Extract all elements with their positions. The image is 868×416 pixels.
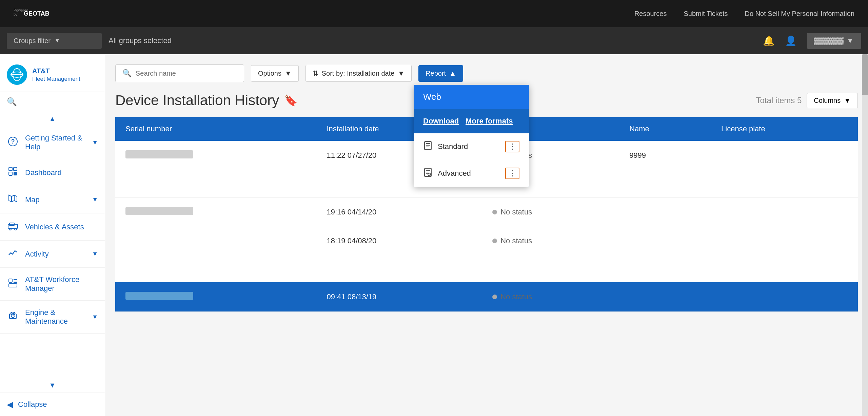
groups-filter-button[interactable]: Groups filter ▼ <box>7 33 102 49</box>
sidebar-item-label: AT&T Workforce Manager <box>25 275 98 293</box>
report-standard-left: Standard <box>423 141 468 152</box>
sidebar-item-label: Dashboard <box>25 168 98 177</box>
col-license: License plate <box>711 117 858 141</box>
advanced-more-options-icon[interactable]: ⋮ <box>505 168 519 179</box>
page-title: Device Installation History 🔖 <box>115 92 298 109</box>
sidebar-collapse-button[interactable]: ◀ Collapse <box>0 393 105 416</box>
sidebar-item-label: Engine & Maintenance <box>25 308 86 326</box>
standard-more-options-icon[interactable]: ⋮ <box>505 141 519 152</box>
svg-point-18 <box>9 228 11 230</box>
bookmark-icon[interactable]: 🔖 <box>284 94 298 107</box>
columns-label: Columns <box>814 97 841 105</box>
columns-button[interactable]: Columns ▼ <box>807 93 858 108</box>
report-dropdown: Web Download More formats Standard <box>414 85 529 187</box>
cell-serial <box>115 197 317 227</box>
report-advanced-label: Advanced <box>438 169 471 178</box>
collapse-label: Collapse <box>18 400 47 409</box>
map-icon <box>7 194 19 206</box>
cell-serial <box>115 170 317 197</box>
scroll-thumb[interactable] <box>862 54 868 95</box>
report-more-formats-button[interactable]: More formats <box>466 114 518 128</box>
sort-button[interactable]: ⇅ Sort by: Installation date ▼ <box>305 65 412 82</box>
report-standard-label: Standard <box>438 142 468 151</box>
sidebar-item-vehicles[interactable]: Vehicles & Assets <box>0 213 105 241</box>
sidebar-item-activity[interactable]: Activity ▼ <box>0 241 105 268</box>
scrollbar[interactable] <box>862 54 868 416</box>
report-standard-item[interactable]: Standard ⋮ <box>414 133 529 160</box>
cell-license <box>711 227 858 255</box>
brand-logo: Powered by GEOTAB <box>14 7 68 20</box>
sidebar-scroll-up-button[interactable]: ▲ <box>0 112 105 126</box>
search-input[interactable] <box>136 70 237 77</box>
svg-rect-22 <box>14 282 17 283</box>
sidebar-nav: ? Getting Started & Help ▼ Dashboard <box>0 126 105 378</box>
sidebar-search-area: 🔍 <box>0 92 105 112</box>
cell-name <box>619 170 711 197</box>
report-dropdown-header: Web <box>414 85 529 109</box>
groups-filter-label: Groups filter <box>14 37 51 45</box>
groups-bar-right: 🔔 👤 ▓▓▓▓▓▓ ▼ <box>763 33 861 49</box>
collapse-arrow-icon: ◀ <box>7 400 13 409</box>
table-row: 19:16 04/14/20 No status <box>115 197 858 227</box>
vehicles-icon <box>7 221 19 233</box>
sidebar-item-map[interactable]: Map ▼ <box>0 186 105 213</box>
col-serial: Serial number <box>115 117 317 141</box>
report-advanced-item[interactable]: Advanced ⋮ <box>414 160 529 187</box>
report-chevron-icon: ▲ <box>449 70 456 77</box>
cell-serial <box>115 141 317 170</box>
do-not-sell-link[interactable]: Do Not Sell My Personal Information <box>745 10 854 18</box>
cell-date: 19:16 04/14/20 <box>317 197 482 227</box>
svg-rect-20 <box>9 279 12 282</box>
sidebar-item-getting-started[interactable]: ? Getting Started & Help ▼ <box>0 126 105 159</box>
search-box[interactable]: 🔍 <box>115 64 244 82</box>
svg-text:GEOTAB: GEOTAB <box>24 10 50 17</box>
notification-bell-icon[interactable]: 🔔 <box>763 35 775 46</box>
sidebar-search-icon[interactable]: 🔍 <box>7 97 17 107</box>
resources-link[interactable]: Resources <box>634 10 667 18</box>
sidebar-item-label: Map <box>25 195 86 204</box>
svg-rect-9 <box>9 167 12 171</box>
sidebar-item-label: Getting Started & Help <box>25 134 86 151</box>
sidebar-item-dashboard[interactable]: Dashboard <box>0 159 105 186</box>
options-chevron-icon: ▼ <box>285 70 292 77</box>
sidebar-item-engine[interactable]: Engine & Maintenance ▼ <box>0 301 105 334</box>
svg-rect-10 <box>14 167 17 171</box>
cell-status: No status <box>482 197 619 227</box>
svg-point-19 <box>15 228 17 230</box>
cell-name <box>619 255 711 282</box>
sidebar-item-workforce[interactable]: AT&T Workforce Manager <box>0 268 105 301</box>
svg-point-27 <box>12 315 14 318</box>
cell-license <box>711 282 858 312</box>
total-items-label: Total items 5 <box>756 96 802 105</box>
sidebar-scroll-down-button[interactable]: ▼ <box>0 378 105 393</box>
help-circle-icon: ? <box>7 137 19 149</box>
sidebar-logo: AT&T Fleet Management <box>0 54 105 92</box>
top-nav-links: Resources Submit Tickets Do Not Sell My … <box>634 10 854 18</box>
att-logo-circle <box>7 64 27 85</box>
standard-report-icon <box>423 141 433 152</box>
svg-rect-21 <box>14 279 17 280</box>
submit-tickets-link[interactable]: Submit Tickets <box>684 10 728 18</box>
sidebar-brand-text: AT&T Fleet Management <box>32 67 80 83</box>
report-button[interactable]: Report ▲ <box>418 65 463 82</box>
total-items-area: Total items 5 Columns ▼ <box>756 93 858 108</box>
user-menu-text: ▓▓▓▓▓▓ <box>814 37 843 45</box>
user-menu-button[interactable]: ▓▓▓▓▓▓ ▼ <box>807 33 861 49</box>
groups-bar: Groups filter ▼ All groups selected 🔔 👤 … <box>0 27 868 54</box>
cell-license <box>711 170 858 197</box>
svg-text:by: by <box>14 12 18 16</box>
user-avatar-icon[interactable]: 👤 <box>785 35 797 46</box>
table-row: 18:19 04/08/20 No status <box>115 227 858 255</box>
user-menu-chevron-icon: ▼ <box>847 37 853 45</box>
cell-serial <box>115 282 317 312</box>
cell-license <box>711 255 858 282</box>
cell-name: 9999 <box>619 141 711 170</box>
cell-serial <box>115 227 317 255</box>
activity-icon <box>7 248 19 260</box>
report-label: Report <box>426 70 446 77</box>
top-nav: Powered by GEOTAB Resources Submit Ticke… <box>0 0 868 27</box>
report-download-button[interactable]: Download <box>423 114 466 128</box>
svg-text:?: ? <box>11 138 15 145</box>
table-row last-row: 09:41 08/13/19 No status <box>115 282 858 312</box>
options-button[interactable]: Options ▼ <box>251 65 299 82</box>
